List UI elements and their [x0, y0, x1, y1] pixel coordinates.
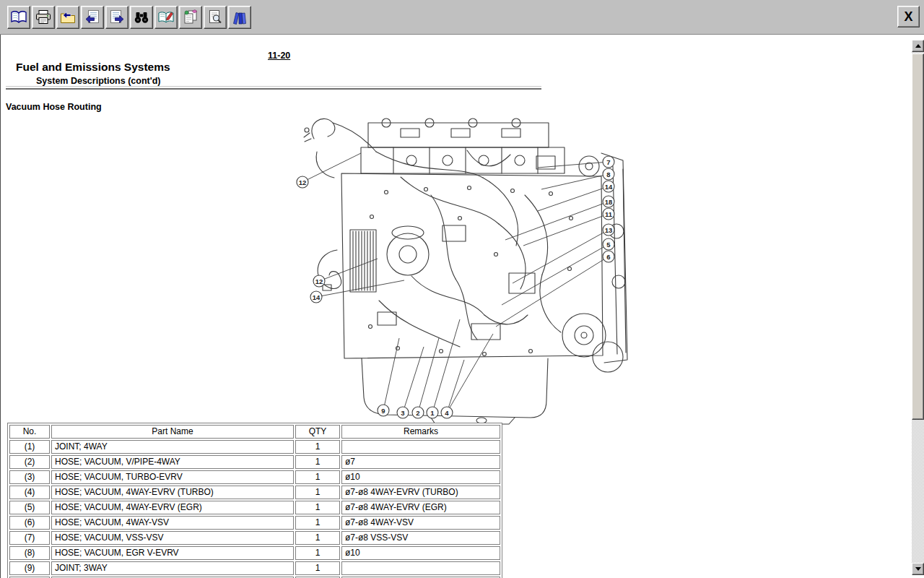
page-number-link[interactable]: 11-20	[268, 51, 290, 61]
close-button[interactable]: X	[897, 6, 920, 27]
svg-text:7: 7	[606, 158, 610, 166]
library-button[interactable]	[228, 6, 251, 29]
open-book-icon	[10, 9, 27, 26]
part-name: HOSE; VACUUM, 4WAY-VSV	[51, 516, 294, 530]
table-row: (8)HOSE; VACUUM, EGR V-EVRV1ø10	[9, 546, 500, 560]
part-name: HOSE; VACUUM, VSS-VSV	[51, 531, 294, 545]
parts-table: No.Part NameQTYRemarks (1)JOINT; 4WAY1(2…	[7, 423, 502, 578]
previous-page-button[interactable]	[81, 6, 104, 29]
scroll-up-button[interactable]	[912, 40, 924, 52]
part-name: HOSE; VACUUM, TURBO-EVRV	[51, 470, 294, 484]
page-subtitle: System Descriptions (cont'd)	[36, 76, 160, 86]
part-name: HOSE; VACUUM, EGR V-EVRV	[51, 546, 294, 560]
remarks: ø7-ø8 4WAY-EVRV (EGR)	[341, 501, 500, 514]
qty: 1	[295, 531, 340, 545]
up-folder-button[interactable]	[56, 6, 79, 29]
svg-text:12: 12	[299, 178, 307, 186]
table-row: (3)HOSE; VACUUM, TURBO-EVRV1ø10	[9, 470, 500, 484]
qty: 1	[295, 516, 340, 530]
parts-table-header-row: No.Part NameQTYRemarks	[9, 425, 500, 439]
svg-text:5: 5	[606, 241, 611, 249]
annotate-book-button[interactable]	[154, 6, 178, 29]
print-icon	[35, 9, 52, 26]
svg-text:2: 2	[416, 409, 419, 417]
row-number: (9)	[9, 561, 50, 575]
svg-text:1: 1	[430, 409, 435, 417]
svg-text:3: 3	[401, 409, 404, 417]
row-number: (8)	[9, 546, 50, 560]
remarks: ø7	[341, 455, 500, 469]
qty: 1	[295, 501, 340, 514]
down-arrow-icon	[915, 567, 921, 571]
engine-diagram: 12121478141811135693214	[292, 108, 632, 425]
row-number: (7)	[9, 531, 50, 545]
toolbar: X	[0, 0, 924, 35]
copy-pages-icon	[182, 9, 199, 26]
page-title: Fuel and Emissions Systems	[16, 61, 170, 74]
qty: 1	[295, 561, 340, 575]
parts-table-body: (1)JOINT; 4WAY1(2)HOSE; VACUUM, V/PIPE-4…	[9, 440, 500, 578]
table-row: (9)JOINT; 3WAY1	[9, 561, 500, 575]
header-divider	[6, 86, 541, 90]
svg-text:8: 8	[606, 171, 610, 178]
remarks: ø7-ø8 4WAY-EVRV (TURBO)	[341, 486, 500, 499]
table-row: (4)HOSE; VACUUM, 4WAY-EVRV (TURBO)1ø7-ø8…	[9, 486, 500, 499]
remarks: ø7-ø8 4WAY-VSV	[341, 516, 500, 530]
part-name: JOINT; 3WAY	[51, 561, 294, 575]
row-number: (6)	[9, 516, 50, 530]
qty: 1	[295, 455, 340, 469]
svg-text:9: 9	[381, 407, 385, 415]
print-button[interactable]	[32, 6, 55, 29]
toolbar-buttons	[7, 6, 251, 29]
svg-text:12: 12	[315, 277, 323, 285]
remarks: ø10	[341, 470, 500, 484]
qty: 1	[295, 546, 340, 560]
part-name: HOSE; VACUUM, 4WAY-EVRV (TURBO)	[51, 486, 294, 499]
column-header: QTY	[295, 425, 340, 439]
table-row: (1)JOINT; 4WAY1	[9, 440, 500, 454]
part-name: HOSE; VACUUM, 4WAY-EVRV (EGR)	[51, 501, 294, 514]
remarks	[341, 440, 500, 454]
svg-text:14: 14	[605, 183, 613, 191]
find-icon	[133, 9, 150, 26]
table-row: (6)HOSE; VACUUM, 4WAY-VSV1ø7-ø8 4WAY-VSV	[9, 516, 500, 530]
svg-text:6: 6	[606, 253, 610, 261]
row-number: (2)	[9, 455, 50, 469]
remarks: ø7-ø8 VSS-VSV	[341, 531, 500, 545]
table-row: (5)HOSE; VACUUM, 4WAY-EVRV (EGR)1ø7-ø8 4…	[9, 501, 500, 514]
table-row: (2)HOSE; VACUUM, V/PIPE-4WAY1ø7	[9, 455, 500, 469]
remarks: ø10	[341, 546, 500, 560]
part-name: JOINT; 4WAY	[51, 440, 294, 454]
qty: 1	[295, 486, 340, 499]
previous-page-icon	[84, 9, 101, 26]
column-header: No.	[9, 425, 50, 439]
copy-pages-button[interactable]	[179, 6, 202, 29]
row-number: (5)	[9, 501, 50, 514]
svg-text:18: 18	[605, 198, 613, 206]
scroll-down-button[interactable]	[912, 563, 924, 575]
scrollbar-thumb[interactable]	[912, 53, 924, 420]
print-preview-button[interactable]	[204, 6, 227, 29]
library-icon	[231, 9, 248, 26]
table-row: (7)HOSE; VACUUM, VSS-VSV1ø7-ø8 VSS-VSV	[9, 531, 500, 545]
svg-text:13: 13	[605, 226, 613, 234]
find-button[interactable]	[130, 6, 153, 29]
annotate-book-icon	[157, 9, 175, 26]
open-book-button[interactable]	[7, 6, 30, 29]
up-folder-icon	[59, 9, 77, 26]
part-name: HOSE; VACUUM, V/PIPE-4WAY	[51, 455, 294, 469]
column-header: Remarks	[341, 425, 500, 439]
qty: 1	[295, 470, 340, 484]
qty: 1	[295, 440, 340, 454]
row-number: (4)	[9, 486, 50, 499]
next-page-button[interactable]	[105, 6, 128, 29]
next-page-icon	[108, 9, 126, 26]
content-left-border	[0, 35, 1, 578]
svg-text:4: 4	[445, 409, 449, 417]
up-arrow-icon	[915, 44, 921, 48]
print-preview-icon	[206, 9, 224, 26]
row-number: (3)	[9, 470, 50, 484]
svg-text:11: 11	[605, 210, 613, 218]
section-heading: Vacuum Hose Routing	[6, 102, 102, 112]
vertical-scrollbar	[912, 40, 924, 575]
